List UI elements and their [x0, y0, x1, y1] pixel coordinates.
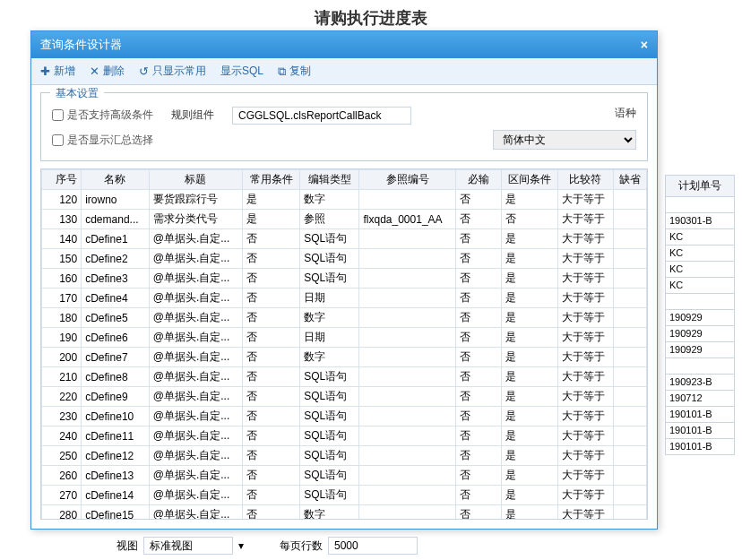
cell[interactable]: 否: [243, 407, 300, 426]
cell[interactable]: 220: [42, 387, 82, 407]
cell[interactable]: 大于等于: [557, 190, 614, 210]
cell[interactable]: [614, 289, 647, 308]
plan-cell[interactable]: KC: [665, 262, 735, 278]
cell[interactable]: 是: [501, 289, 557, 308]
col-compare[interactable]: 比较符: [557, 170, 614, 190]
cell[interactable]: 否: [455, 308, 501, 328]
cell[interactable]: 250: [42, 446, 82, 466]
plan-cell[interactable]: 190101-B: [665, 423, 735, 439]
cell[interactable]: @单据头.自定...: [149, 426, 242, 446]
cell[interactable]: 是: [501, 269, 557, 289]
cell[interactable]: 数字: [300, 348, 359, 367]
view-input[interactable]: [143, 537, 233, 555]
cell[interactable]: cDefine13: [82, 466, 150, 486]
plan-cell[interactable]: 190101-B: [665, 439, 735, 455]
table-row[interactable]: 220cDefine9@单据头.自定...否SQL语句否是大于等于: [42, 387, 647, 407]
cell[interactable]: 是: [501, 505, 557, 521]
cell[interactable]: @单据头.自定...: [149, 466, 242, 486]
cell[interactable]: @单据头.自定...: [149, 407, 242, 426]
plan-cell[interactable]: 190929: [665, 310, 735, 326]
cell[interactable]: 大于等于: [557, 269, 614, 289]
cell[interactable]: 170: [42, 289, 82, 308]
cell[interactable]: 否: [243, 446, 300, 466]
table-row[interactable]: 270cDefine14@单据头.自定...否SQL语句否是大于等于: [42, 486, 647, 505]
cell[interactable]: cDefine14: [82, 486, 150, 505]
cell[interactable]: 是: [501, 446, 557, 466]
cell[interactable]: 否: [243, 426, 300, 446]
cell[interactable]: [359, 387, 455, 407]
cell[interactable]: 否: [243, 466, 300, 486]
cell[interactable]: 120: [42, 190, 82, 210]
dialog-titlebar[interactable]: 查询条件设计器 ×: [31, 31, 657, 58]
cell[interactable]: @单据头.自定...: [149, 308, 242, 328]
table-row[interactable]: 280cDefine15@单据头.自定...否数字否是大于等于: [42, 505, 647, 521]
cell[interactable]: [359, 367, 455, 387]
cell[interactable]: 200: [42, 348, 82, 367]
cell[interactable]: cDefine12: [82, 446, 150, 466]
table-row[interactable]: 180cDefine5@单据头.自定...否数字否是大于等于: [42, 308, 647, 328]
cell[interactable]: 否: [243, 348, 300, 367]
cell[interactable]: [359, 308, 455, 328]
plan-cell[interactable]: 190929: [665, 342, 735, 358]
cell[interactable]: SQL语句: [300, 269, 359, 289]
cell[interactable]: [614, 348, 647, 367]
copy-button[interactable]: ⧉复制: [278, 64, 311, 79]
cell[interactable]: [614, 367, 647, 387]
cell[interactable]: [614, 466, 647, 486]
cell[interactable]: [359, 486, 455, 505]
cell[interactable]: [359, 407, 455, 426]
cell[interactable]: cDefine1: [82, 229, 150, 249]
table-row[interactable]: 160cDefine3@单据头.自定...否SQL语句否是大于等于: [42, 269, 647, 289]
cell[interactable]: 否: [243, 289, 300, 308]
plan-cell[interactable]: [665, 294, 735, 310]
table-row[interactable]: 260cDefine13@单据头.自定...否SQL语句否是大于等于: [42, 466, 647, 486]
cell[interactable]: SQL语句: [300, 407, 359, 426]
table-row[interactable]: 140cDefine1@单据头.自定...否SQL语句否是大于等于: [42, 229, 647, 249]
cell[interactable]: irowno: [82, 190, 150, 210]
cell[interactable]: [614, 269, 647, 289]
cell[interactable]: 否: [455, 407, 501, 426]
cell[interactable]: 否: [455, 210, 501, 229]
add-button[interactable]: ✚新增: [40, 64, 75, 79]
col-ref-no[interactable]: 参照编号: [359, 170, 455, 190]
cell[interactable]: cDefine15: [82, 505, 150, 521]
cell[interactable]: 否: [455, 269, 501, 289]
cell[interactable]: 230: [42, 407, 82, 426]
cell[interactable]: cDefine4: [82, 289, 150, 308]
advanced-checkbox[interactable]: 是否支持高级条件: [52, 108, 153, 123]
cell[interactable]: @单据头.自定...: [149, 505, 242, 521]
cell[interactable]: [359, 249, 455, 269]
cell[interactable]: [359, 269, 455, 289]
cell[interactable]: 否: [455, 289, 501, 308]
cell[interactable]: 否: [243, 367, 300, 387]
cell[interactable]: 否: [243, 328, 300, 348]
cell[interactable]: 数字: [300, 505, 359, 521]
cell[interactable]: 是: [501, 407, 557, 426]
cell[interactable]: [359, 289, 455, 308]
table-row[interactable]: 240cDefine11@单据头.自定...否SQL语句否是大于等于: [42, 426, 647, 446]
cell[interactable]: 否: [455, 446, 501, 466]
cell[interactable]: [359, 446, 455, 466]
cell[interactable]: [614, 407, 647, 426]
cell[interactable]: 否: [243, 249, 300, 269]
cell[interactable]: [359, 426, 455, 446]
col-edit-type[interactable]: 编辑类型: [300, 170, 359, 190]
plan-cell[interactable]: KC: [665, 246, 735, 262]
plan-cell[interactable]: 190301-B: [665, 213, 735, 229]
cell[interactable]: [614, 426, 647, 446]
cell[interactable]: [359, 229, 455, 249]
cell[interactable]: 大于等于: [557, 486, 614, 505]
cell[interactable]: [359, 348, 455, 367]
cell[interactable]: 160: [42, 269, 82, 289]
cell[interactable]: cDefine2: [82, 249, 150, 269]
cell[interactable]: 数字: [300, 190, 359, 210]
cell[interactable]: 需求分类代号: [149, 210, 242, 229]
cell[interactable]: 260: [42, 466, 82, 486]
col-seq[interactable]: 序号: [42, 170, 82, 190]
cell[interactable]: 是: [501, 466, 557, 486]
cell[interactable]: 否: [243, 269, 300, 289]
cell[interactable]: 日期: [300, 328, 359, 348]
cell[interactable]: 150: [42, 249, 82, 269]
summary-checkbox[interactable]: 是否显示汇总选择: [52, 133, 153, 148]
cell[interactable]: [614, 486, 647, 505]
